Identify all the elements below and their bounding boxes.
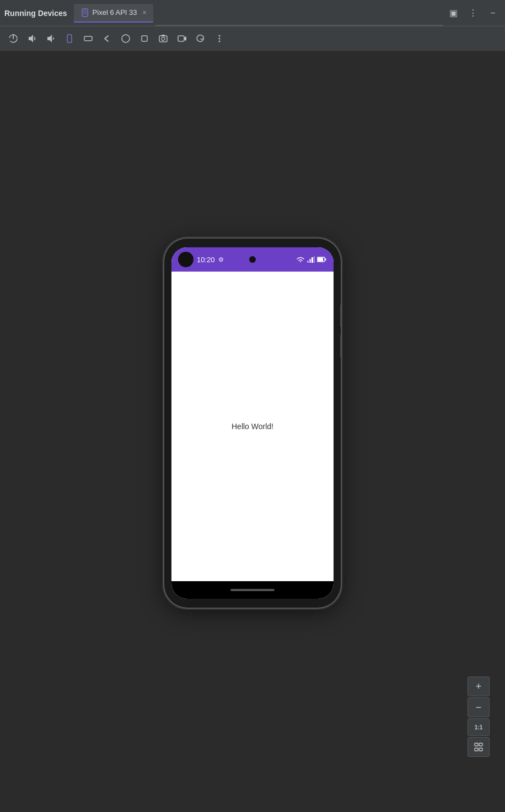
volume-button-mid [340, 335, 341, 357]
status-avatar [178, 252, 194, 267]
wifi-icon [296, 256, 305, 263]
more-menu-icon: ⋮ [469, 8, 477, 18]
svg-rect-27 [475, 748, 478, 751]
svg-rect-1 [83, 10, 87, 14]
volume-up-button[interactable] [23, 30, 41, 47]
power-button[interactable] [4, 30, 22, 47]
device-tab-icon [80, 8, 89, 17]
window-icon: ▣ [449, 8, 458, 18]
svg-point-15 [219, 35, 221, 36]
phone-screen[interactable]: 10:20 ⚙ [171, 247, 334, 599]
hello-world-label: Hello World! [232, 422, 273, 431]
svg-point-8 [122, 35, 130, 42]
phone-bottom-bar [171, 581, 334, 599]
svg-rect-28 [479, 748, 482, 751]
status-bar: 10:20 ⚙ [171, 247, 334, 272]
screenshot-button[interactable] [154, 30, 172, 47]
zoom-out-button[interactable]: − [468, 697, 490, 717]
zoom-controls: + − 1:1 [468, 676, 490, 757]
home-indicator [230, 589, 275, 591]
status-time: 10:20 [197, 256, 215, 264]
title-bar-right: ▣ ⋮ − [445, 6, 501, 21]
device-tab-label: Pixel 6 API 33 [93, 8, 137, 17]
svg-rect-18 [307, 261, 309, 263]
volume-down-button[interactable] [42, 30, 60, 47]
svg-point-16 [219, 37, 221, 39]
home-button[interactable] [117, 30, 135, 47]
more-menu-button[interactable]: ⋮ [465, 6, 481, 21]
battery-icon [317, 256, 327, 263]
svg-rect-9 [142, 36, 147, 41]
overview-button[interactable] [136, 30, 153, 47]
back-button[interactable] [98, 30, 116, 47]
snapshots-button[interactable] [192, 30, 209, 47]
svg-marker-5 [47, 35, 52, 42]
device-tab[interactable]: Pixel 6 API 33 × [74, 4, 153, 23]
rotate-portrait-button[interactable] [61, 30, 78, 47]
zoom-ratio-button[interactable]: 1:1 [468, 718, 490, 736]
app-content[interactable]: Hello World! [171, 272, 334, 581]
emulator-area: 10:20 ⚙ [0, 51, 505, 812]
volume-button-top [340, 305, 341, 327]
svg-marker-4 [29, 35, 33, 42]
svg-point-11 [162, 37, 165, 40]
svg-rect-21 [314, 256, 315, 263]
status-camera [249, 256, 256, 263]
signal-icon [307, 256, 315, 263]
svg-rect-6 [67, 35, 72, 42]
window-icon-button[interactable]: ▣ [445, 6, 461, 21]
zoom-fit-button[interactable] [468, 737, 490, 757]
zoom-in-icon: + [476, 681, 482, 692]
svg-rect-26 [479, 743, 482, 746]
status-gear-icon: ⚙ [218, 256, 224, 263]
status-bar-right [296, 256, 327, 263]
phone-frame[interactable]: 10:20 ⚙ [164, 239, 341, 608]
status-center [249, 256, 256, 263]
device-tab-close[interactable]: × [143, 9, 147, 17]
fit-icon [473, 741, 484, 753]
svg-rect-19 [309, 259, 311, 263]
svg-rect-25 [475, 743, 478, 746]
zoom-ratio-label: 1:1 [475, 724, 482, 730]
screenrecord-button[interactable] [173, 30, 191, 47]
tab-underline [155, 25, 443, 26]
title-bar-title: Running Devices [4, 9, 67, 18]
minimize-icon: − [490, 8, 495, 18]
status-bar-left: 10:20 ⚙ [178, 252, 224, 267]
zoom-out-icon: − [476, 702, 482, 713]
svg-point-17 [219, 40, 221, 42]
toolbar [0, 26, 505, 51]
svg-rect-24 [325, 258, 326, 261]
title-bar: Running Devices Pixel 6 API 33 × ▣ ⋮ − [0, 0, 505, 26]
minimize-button[interactable]: − [485, 6, 501, 21]
svg-rect-10 [159, 36, 167, 42]
zoom-in-button[interactable]: + [468, 676, 490, 696]
svg-rect-20 [311, 257, 313, 263]
toolbar-more-button[interactable] [211, 30, 228, 47]
svg-rect-7 [84, 36, 92, 41]
rotate-landscape-button[interactable] [79, 30, 97, 47]
svg-rect-12 [162, 35, 165, 36]
svg-rect-13 [178, 36, 184, 41]
svg-rect-23 [318, 258, 323, 261]
